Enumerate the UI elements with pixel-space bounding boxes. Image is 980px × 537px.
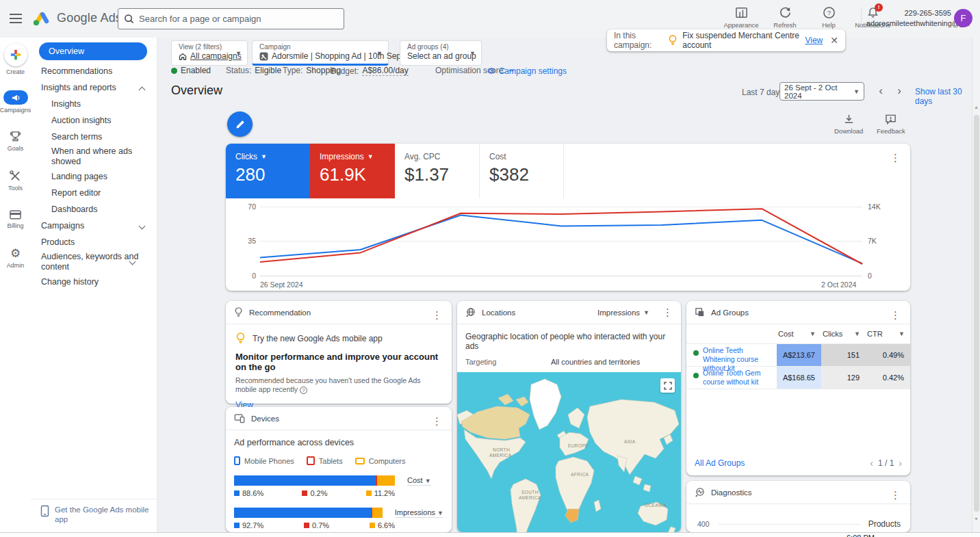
show-last-30-days-link[interactable]: Show last 30 days: [915, 87, 980, 106]
y2-axis-tick: 7K: [868, 237, 877, 245]
card-title: Recommendation: [249, 309, 311, 317]
nav-item-overview[interactable]: Overview: [39, 42, 147, 60]
rail-item-create[interactable]: Create: [0, 43, 31, 75]
google-ads-logo-icon: [33, 9, 51, 27]
x-axis-last-label: 2 Oct 2024: [821, 280, 856, 289]
page-prev-icon[interactable]: ‹: [870, 458, 873, 469]
devices-icon: [234, 413, 245, 423]
scroll-up-icon[interactable]: ▲: [974, 105, 979, 109]
nav-item-dashboards[interactable]: Dashboards: [31, 201, 157, 218]
taskbar-clock: 6:08 PM: [847, 534, 875, 537]
cost-metric-selector[interactable]: Cost ▼: [407, 476, 431, 486]
global-search[interactable]: [118, 8, 344, 29]
campaign-dropdown[interactable]: Campaign Adorsmile | Shopping Ad | 10th …: [252, 40, 389, 66]
sort-column-ctr[interactable]: CTR▼: [866, 330, 910, 338]
impressions-tile[interactable]: Impressions▼ 61.9K: [310, 144, 395, 198]
table-row: Online Tooth Gem course without kit A$16…: [686, 367, 910, 389]
nav-item-landing-pages[interactable]: Landing pages: [31, 168, 157, 185]
kebab-menu-icon[interactable]: ⋮: [432, 309, 442, 322]
page-next-icon[interactable]: ›: [899, 458, 902, 469]
edit-chart-button[interactable]: [227, 112, 253, 137]
rail-item-tools[interactable]: Tools: [0, 170, 31, 192]
locations-metric-selector[interactable]: Impressions▼: [597, 309, 649, 317]
sort-column-cost[interactable]: Cost▼: [777, 330, 821, 338]
date-range-label: Last 7 days: [742, 88, 784, 97]
clicks-value: 280: [235, 164, 310, 185]
map-label: AMERICA: [519, 495, 541, 500]
enabled-dot-icon: [693, 373, 699, 378]
date-prev-button[interactable]: ‹: [872, 82, 890, 101]
banner-prefix: In this campaign:: [614, 31, 663, 50]
nav-item-products[interactable]: Products: [31, 234, 157, 250]
appearance-button[interactable]: Appearance: [723, 6, 760, 29]
mobile-app-promo[interactable]: Get the Google Ads mobile app: [31, 499, 157, 532]
vertical-scrollbar[interactable]: ▲ ▼: [972, 38, 980, 532]
budget-field[interactable]: Budget:A$86.00/day: [331, 66, 409, 76]
nav-item-campaigns[interactable]: Campaigns: [31, 218, 157, 234]
map-label: EUROPE: [568, 443, 589, 448]
rail-item-admin[interactable]: ⚙ Admin: [0, 247, 31, 269]
date-range-picker[interactable]: 26 Sept - 2 Oct 2024 ▼: [779, 82, 864, 101]
google-ads-logo: Google Ads: [33, 9, 122, 27]
kebab-menu-icon[interactable]: ⋮: [890, 152, 901, 164]
ad-group-dropdown[interactable]: Ad groups (4) Select an ad group ▼: [400, 40, 482, 66]
banner-close-icon[interactable]: ✕: [830, 35, 838, 46]
appearance-icon: [735, 6, 748, 19]
date-next-button[interactable]: ›: [890, 82, 908, 101]
devices-legend: Mobile Phones Tablets Computers: [234, 456, 443, 465]
fullscreen-button[interactable]: [660, 378, 675, 393]
ad-groups-card: Ad Groups ⋮ Cost▼ Clicks▼ CTR▼ Online Te…: [686, 301, 910, 475]
account-phone: 229-265-3595: [866, 8, 951, 18]
clicks-tile[interactable]: Clicks▼ 280: [226, 144, 310, 198]
ad-group-link[interactable]: Online Teeth Whitening course without ki…: [703, 346, 774, 366]
cost-cell: A$213.67: [777, 344, 821, 366]
nav-item-audiences[interactable]: Audiences, keywords and content: [31, 250, 147, 274]
nav-item-when-where-ads[interactable]: When and where ads showed: [31, 145, 147, 168]
table-row: Online Teeth Whitening course without ki…: [686, 344, 910, 367]
all-ad-groups-link[interactable]: All Ad Groups: [695, 458, 745, 468]
avg-cpc-tile[interactable]: Avg. CPC $1.37: [395, 144, 479, 198]
impressions-value: 61.9K: [320, 164, 395, 185]
refresh-button[interactable]: Refresh: [766, 6, 803, 29]
feedback-button[interactable]: Feedback: [877, 114, 905, 135]
kebab-menu-icon[interactable]: ⋮: [432, 415, 442, 428]
help-circle-icon[interactable]: ?: [300, 387, 307, 394]
help-button[interactable]: ? Help: [810, 6, 847, 29]
scroll-down-icon[interactable]: ▼: [974, 516, 979, 521]
sort-column-clicks[interactable]: Clicks▼: [821, 330, 866, 338]
card-title: Diagnostics: [711, 488, 751, 497]
rail-item-goals[interactable]: Goals: [0, 130, 31, 152]
nav-item-insights-reports[interactable]: Insights and reports: [31, 79, 157, 96]
metric-caret-icon: ▼: [261, 153, 267, 160]
kebab-menu-icon[interactable]: ⋮: [890, 309, 901, 322]
rail-item-billing[interactable]: Billing: [0, 209, 31, 229]
nav-item-report-editor[interactable]: Report editor: [31, 185, 157, 201]
menu-icon[interactable]: [10, 14, 22, 23]
nav-item-auction-insights[interactable]: Auction insights: [31, 112, 157, 129]
map-label: SOUTH: [521, 490, 539, 495]
chevron-down-icon: [139, 223, 146, 230]
world-map[interactable]: NORTH AMERICA SOUTH AMERICA EUROPE AFRIC…: [457, 372, 681, 532]
campaign-settings-link[interactable]: ⚙Campaign settings: [487, 66, 567, 76]
download-button[interactable]: Download: [834, 114, 863, 135]
ad-group-link[interactable]: Online Tooth Gem course without kit: [703, 369, 774, 389]
gear-icon: ⚙: [10, 247, 21, 260]
rail-item-campaigns[interactable]: Campaigns: [0, 90, 31, 114]
search-input[interactable]: [139, 14, 338, 24]
banner-view-link[interactable]: View: [805, 36, 823, 45]
cost-tile[interactable]: Cost $382: [479, 144, 563, 198]
diagnostics-card: ⋮ Diagnostics 400 Products: [686, 481, 910, 532]
view-filter-dropdown[interactable]: View (2 filters) All campaigns ▼: [171, 40, 248, 66]
nav-item-insights[interactable]: Insights: [31, 96, 157, 112]
kebab-menu-icon[interactable]: ⋮: [890, 489, 901, 501]
impressions-metric-selector[interactable]: Impressions ▼: [395, 508, 443, 518]
nav-item-search-terms[interactable]: Search terms: [31, 129, 157, 145]
sort-caret-icon: ▼: [899, 330, 905, 337]
kebab-menu-icon[interactable]: ⋮: [662, 306, 673, 319]
nav-item-recommendations[interactable]: Recommendations: [31, 63, 157, 79]
recommendation-bulb-icon: [234, 307, 243, 317]
nav-item-change-history[interactable]: Change history: [31, 274, 157, 290]
avatar[interactable]: F: [954, 9, 972, 27]
scrollbar-thumb[interactable]: [974, 115, 979, 512]
devices-card: ⋮ Devices Ad performance across devices …: [226, 407, 452, 532]
